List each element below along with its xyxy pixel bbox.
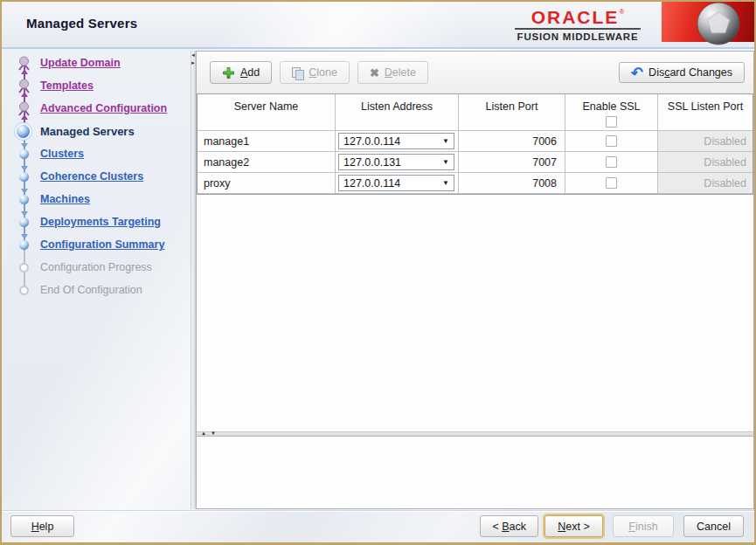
sidebar-item-machines[interactable]: Machines: [9, 188, 191, 210]
splitter-expand-down-icon[interactable]: ▼: [211, 431, 216, 436]
column-header-listen-address: Listen Address: [336, 94, 459, 131]
ssl-listen-port-cell: Disabled: [658, 152, 753, 173]
header-bar: Managed Servers ORACLE® FUSION MIDDLEWAR…: [2, 2, 754, 49]
column-header-server-name: Server Name: [198, 94, 336, 131]
step-disabled-icon: [19, 286, 29, 295]
enable-ssl-cell: [565, 131, 658, 152]
listen-address-cell: 127.0.0.114 ▼: [336, 173, 459, 194]
clone-button[interactable]: Clone: [280, 61, 350, 84]
listen-address-select[interactable]: 127.0.0.114 ▼: [338, 175, 454, 191]
column-header-ssl-listen-port: SSL Listen Port: [658, 94, 753, 131]
message-panel: [197, 438, 753, 508]
server-name-cell[interactable]: proxy: [198, 173, 336, 194]
page-title: Managed Servers: [26, 16, 137, 31]
wizard-window: Managed Servers ORACLE® FUSION MIDDLEWAR…: [0, 0, 756, 545]
step-visited-icon: [16, 55, 32, 72]
step-visited-icon: [16, 78, 32, 94]
enable-ssl-checkbox[interactable]: [606, 177, 617, 189]
step-upcoming-icon: [19, 195, 29, 204]
step-upcoming-icon: [19, 172, 29, 182]
undo-icon: ↶: [630, 66, 644, 80]
ssl-listen-port-cell: Disabled: [658, 131, 753, 152]
servers-table: Server Name Listen Address Listen Port E…: [197, 93, 753, 195]
finish-button[interactable]: Finish: [613, 515, 674, 537]
delete-x-icon: ✖: [370, 67, 379, 79]
sidebar-item-label: Advanced Configuration: [40, 102, 167, 114]
wizard-steps-nav: Update Domain Templates Advanced Configu…: [9, 52, 191, 301]
step-current-icon: [17, 125, 30, 138]
step-visited-icon: [16, 100, 32, 117]
sidebar-item-coherence-clusters[interactable]: Coherence Clusters: [9, 165, 191, 188]
sidebar-item-label: Deployments Targeting: [40, 216, 161, 228]
sidebar-item-end-of-configuration: End Of Configuration: [9, 279, 191, 301]
cancel-button[interactable]: Cancel: [683, 515, 744, 537]
sidebar-item-label: Clusters: [40, 148, 84, 160]
ssl-listen-port-cell: Disabled: [658, 173, 753, 194]
sidebar-item-configuration-summary[interactable]: Configuration Summary: [9, 233, 191, 256]
sidebar-item-label: Machines: [40, 193, 90, 205]
enable-ssl-checkbox[interactable]: [606, 135, 617, 147]
oracle-logo: ORACLE® FUSION MIDDLEWARE: [513, 8, 642, 42]
sidebar-item-label: Managed Servers: [40, 125, 135, 138]
footer-nav-buttons: < Back Next > Finish Cancel: [480, 515, 744, 537]
enable-ssl-all-checkbox[interactable]: [606, 116, 617, 128]
next-button[interactable]: Next >: [544, 515, 603, 537]
sidebar-item-label: Configuration Progress: [40, 261, 152, 273]
footer-bar: Help < Back Next > Finish Cancel: [2, 510, 754, 542]
help-button[interactable]: Help: [10, 515, 74, 537]
step-disabled-icon: [19, 263, 29, 272]
message-panel-splitter[interactable]: ▲ ▼: [197, 431, 753, 437]
step-upcoming-icon: [19, 149, 29, 159]
delete-button[interactable]: ✖ Delete: [357, 61, 428, 84]
sidebar-item-templates[interactable]: Templates: [9, 74, 191, 97]
enable-ssl-checkbox[interactable]: [606, 156, 617, 168]
enable-ssl-cell: [565, 152, 658, 173]
listen-port-cell[interactable]: 7007: [459, 152, 565, 173]
plus-icon: [222, 66, 235, 79]
column-header-enable-ssl: Enable SSL: [565, 94, 658, 131]
step-upcoming-icon: [19, 240, 29, 250]
fusion-sphere-icon: [695, 0, 742, 47]
listen-address-cell: 127.0.0.114 ▼: [336, 131, 459, 152]
step-upcoming-icon: [19, 217, 29, 227]
server-name-cell[interactable]: manage2: [198, 152, 336, 173]
column-header-listen-port: Listen Port: [459, 94, 565, 131]
listen-port-cell[interactable]: 7006: [459, 131, 565, 152]
add-button[interactable]: Add: [210, 61, 272, 84]
sidebar-item-label: Templates: [40, 79, 94, 92]
chevron-down-icon: ▼: [442, 137, 449, 145]
sidebar-item-label: Coherence Clusters: [40, 170, 143, 183]
sidebar-item-label: End Of Configuration: [40, 284, 142, 296]
sidebar-item-advanced-configuration[interactable]: Advanced Configuration: [9, 97, 191, 120]
listen-address-cell: 127.0.0.131 ▼: [336, 152, 459, 173]
sidebar-item-update-domain[interactable]: Update Domain: [9, 52, 191, 74]
copy-icon: [292, 67, 303, 79]
managed-servers-panel: Add Clone ✖ Delete ↶ Discard Changes Ser…: [196, 51, 754, 509]
splitter-collapse-up-icon[interactable]: ▲: [201, 431, 206, 436]
back-button[interactable]: < Back: [480, 515, 538, 537]
enable-ssl-cell: [565, 173, 658, 194]
chevron-down-icon: ▼: [442, 158, 449, 166]
sidebar-item-clusters[interactable]: Clusters: [9, 142, 191, 165]
oracle-wordmark: ORACLE: [531, 7, 620, 27]
server-name-cell[interactable]: manage1: [198, 131, 336, 152]
logo-divider: [515, 28, 641, 30]
table-toolbar: Add Clone ✖ Delete ↶ Discard Changes: [197, 52, 753, 93]
registered-mark: ®: [619, 8, 624, 16]
sidebar-item-managed-servers: Managed Servers: [9, 120, 191, 142]
discard-changes-button[interactable]: ↶ Discard Changes: [619, 62, 745, 83]
sidebar-item-configuration-progress: Configuration Progress: [9, 256, 191, 279]
listen-port-cell[interactable]: 7008: [459, 173, 565, 194]
sidebar-item-deployments-targeting[interactable]: Deployments Targeting: [9, 210, 191, 233]
sidebar-item-label: Configuration Summary: [40, 238, 164, 251]
chevron-down-icon: ▼: [442, 179, 449, 187]
sidebar-item-label: Update Domain: [40, 57, 121, 69]
listen-address-select[interactable]: 127.0.0.131 ▼: [338, 154, 454, 170]
fusion-middleware-label: FUSION MIDDLEWARE: [513, 31, 642, 42]
listen-address-select[interactable]: 127.0.0.114 ▼: [338, 133, 454, 149]
